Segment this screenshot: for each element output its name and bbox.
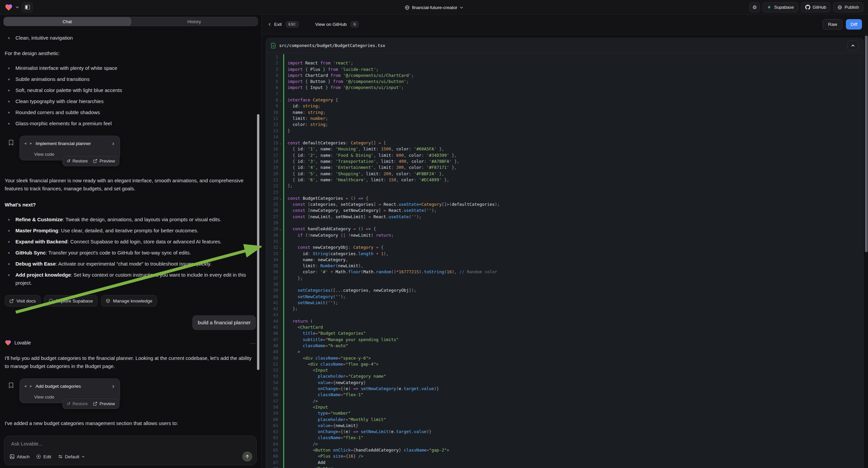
tab-history[interactable]: History <box>131 17 258 26</box>
code-line: 22]; <box>266 183 863 189</box>
code-icon: < > <box>25 382 32 390</box>
chevron-right-icon <box>112 385 115 388</box>
diff-button[interactable]: Diff <box>846 19 862 30</box>
composer: Ask Lovable... Attach <box>4 436 257 465</box>
code-line: 11 limit: number; <box>266 116 863 121</box>
code-line: 49 > <box>266 349 863 355</box>
github-button[interactable]: GitHub <box>801 2 830 12</box>
restore-icon: ↺ <box>67 159 70 163</box>
preview-button[interactable]: Preview <box>93 158 115 164</box>
version-actions: ↺ Restore Preview <box>62 156 119 166</box>
code-line: 55 onChange={(e) => setNewCategory(e.tar… <box>266 386 863 392</box>
list-item: Master Prompting: Use clear, detailed, a… <box>5 227 256 235</box>
code-line: 23 <box>266 189 863 195</box>
version-block: < > Add budget categories View code ↺ Re… <box>5 378 256 412</box>
chat-scrollbar-thumb[interactable] <box>257 114 259 370</box>
list-item: Subtle animations and transitions <box>5 75 256 83</box>
code-line: 29⌄ const handleAddCategory = () => { <box>266 226 863 232</box>
toggle-sidebar-button[interactable] <box>22 2 33 12</box>
restore-button[interactable]: ↺ Restore <box>67 158 88 164</box>
chat-messages: Clean, intuitive navigation For the desi… <box>0 28 261 434</box>
bullet-dot <box>8 37 10 39</box>
bullet-dot <box>8 123 10 124</box>
settings-button[interactable]: ⚙ <box>749 2 760 12</box>
chevron-down-icon <box>82 455 85 458</box>
exit-button[interactable]: Exit <box>268 22 282 27</box>
list-item: Glass-morphic elements for a premium fee… <box>5 119 256 127</box>
code-line: 41 setNewLimit(''); <box>266 300 863 306</box>
bookmark-icon[interactable] <box>8 382 14 388</box>
workspace-chevron-icon[interactable] <box>16 5 19 9</box>
code-lines: 12import React from 'react';3import { Pl… <box>266 53 863 468</box>
visit-docs-button[interactable]: Visit docs <box>5 295 40 306</box>
raw-button[interactable]: Raw <box>823 19 842 30</box>
code-line: 47 subtitle="Manage your spending limits… <box>266 337 863 343</box>
code-line: 18 { id: '3', name: 'Transportation', li… <box>266 158 863 165</box>
code-icon: < > <box>25 140 32 148</box>
code-line: 5import { Button } from '@/components/ui… <box>266 79 863 85</box>
code-line: 68 </Button> <box>266 466 863 468</box>
topbar: financial-future-creator ⚙ Supabase G <box>0 0 868 15</box>
code-line: 6import { Input } from '@/components/ui/… <box>266 85 863 91</box>
bullet-dot <box>8 67 10 69</box>
bullet-dot <box>8 241 10 243</box>
file-added-icon <box>271 42 276 48</box>
publish-button[interactable]: Publish <box>833 2 863 12</box>
message-menu-button[interactable]: ··· <box>250 340 256 346</box>
code-line: 61 value={newLimit} <box>266 423 863 429</box>
code-line: 24⌄const BudgetCategories = () => { <box>266 195 863 201</box>
target-icon <box>36 454 41 459</box>
design-list: Minimalist interface with plenty of whit… <box>5 64 256 127</box>
code-line: 33 id: String(categories.length + 1), <box>266 251 863 257</box>
design-heading: For the design aesthetic: <box>5 49 256 57</box>
code-line: 28 <box>266 220 863 226</box>
code-line: 48 className="h-auto" <box>266 343 863 349</box>
restore-button[interactable]: ↺ Restore <box>67 401 88 406</box>
view-on-github-button[interactable]: View on GitHub <box>315 22 347 27</box>
explore-supabase-button[interactable]: Explore Supabase <box>44 295 98 306</box>
mode-select[interactable]: Default <box>58 454 85 459</box>
bullet-dot <box>8 274 10 276</box>
chat-input[interactable]: Ask Lovable... <box>11 441 251 446</box>
edit-button[interactable]: Edit <box>36 454 51 459</box>
code-line: 19 { id: '4', name: 'Entertainment', lim… <box>266 165 863 171</box>
code-line: 32⌄ const newCategoryObj: Category = { <box>266 244 863 251</box>
code-line: 31 <box>266 238 863 244</box>
assistant-paragraph: I'll help you add budget categories to t… <box>5 354 256 370</box>
code-line: 50 <div className="space-y-6"> <box>266 355 863 361</box>
version-title: Implement financial planner <box>36 140 108 148</box>
assistant-header: Lovable ··· <box>5 339 256 347</box>
bookmark-icon[interactable] <box>8 140 14 146</box>
collapse-file-button[interactable] <box>847 40 859 51</box>
code-panel-header: Exit ESC View on GitHub G Raw Diff <box>262 15 868 34</box>
preview-button[interactable]: Preview <box>93 401 115 406</box>
assistant-paragraph: I've added a new budget categories manag… <box>5 419 256 428</box>
user-message: build a financial planner <box>192 315 256 330</box>
tab-chat[interactable]: Chat <box>4 17 131 26</box>
code-line: 60 placeholder="Monthly limit" <box>266 417 863 423</box>
bullet-dot <box>8 90 10 91</box>
code-line: 67 Add <box>266 460 863 466</box>
list-item: Minimalist interface with plenty of whit… <box>5 64 256 72</box>
file-header: src/components/budget/BudgetCategories.t… <box>266 38 863 53</box>
list-item: Soft, neutral color palette with light b… <box>5 86 256 94</box>
file-path: src/components/budget/BudgetCategories.t… <box>279 43 385 48</box>
code-line: 42 }; <box>266 306 863 312</box>
code-line: 59 type="number" <box>266 410 863 416</box>
bullet-dot <box>8 101 10 103</box>
project-chevron-icon <box>460 6 463 9</box>
code-line: 15⌄const defaultCategories: Category[] =… <box>266 140 863 146</box>
supabase-button[interactable]: Supabase <box>763 2 798 12</box>
code-line: 25 const [categories, setCategories] = R… <box>266 201 863 207</box>
attach-button[interactable]: Attach <box>10 454 30 459</box>
send-button[interactable] <box>242 451 252 462</box>
assistant-paragraph: Your sleek financial planner is now read… <box>5 177 256 193</box>
project-switcher[interactable]: financial-future-creator <box>405 5 463 10</box>
code-line: 37 }; <box>266 275 863 281</box>
app-window: financial-future-creator ⚙ Supabase G <box>0 0 868 468</box>
lovable-logo-icon <box>5 3 13 11</box>
code-line: 34 name: newCategory, <box>266 257 863 263</box>
code-scrollbar-thumb[interactable] <box>865 36 868 252</box>
manage-knowledge-button[interactable]: Manage knowledge <box>101 295 157 306</box>
code-line: 7 <box>266 91 863 97</box>
